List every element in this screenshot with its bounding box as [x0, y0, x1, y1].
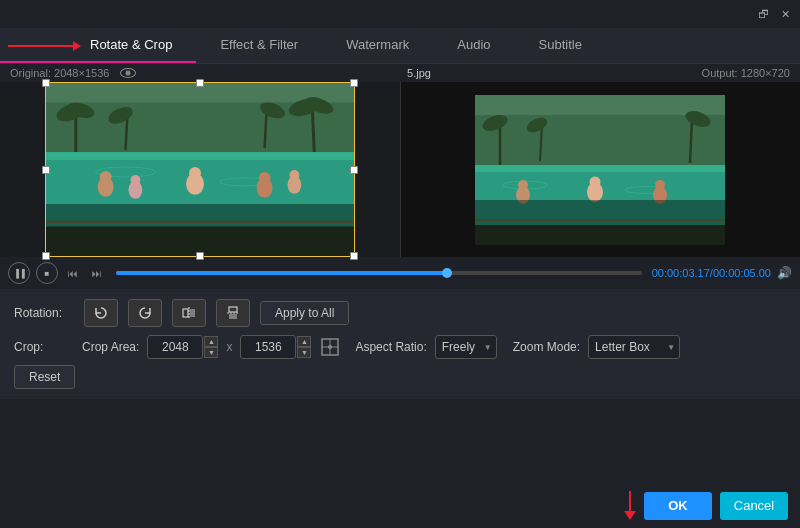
- close-button[interactable]: ✕: [778, 7, 792, 21]
- crop-area-label: Crop Area:: [82, 340, 139, 354]
- crop-label: Crop:: [14, 340, 74, 354]
- minimize-button[interactable]: 🗗: [756, 7, 770, 21]
- title-bar: 🗗 ✕: [0, 0, 800, 28]
- svg-rect-54: [229, 314, 237, 319]
- bottom-bar: OK Cancel: [612, 483, 800, 528]
- volume-icon[interactable]: 🔊: [777, 266, 792, 280]
- crop-handle-tm[interactable]: [196, 79, 204, 87]
- time-display: 00:00:03.17/00:00:05.00: [652, 267, 771, 279]
- output-size-label: Output: 1280×720: [702, 67, 790, 79]
- crop-height-spinner[interactable]: ▲ ▼: [297, 336, 311, 358]
- svg-point-20: [130, 175, 140, 185]
- crop-handle-bl[interactable]: [42, 252, 50, 260]
- zoom-mode-select-wrapper: Letter Box Pan & Scan Full: [588, 335, 680, 359]
- ok-arrow-line: [629, 491, 631, 511]
- crop-handle-bm[interactable]: [196, 252, 204, 260]
- reset-row: Reset: [14, 365, 786, 389]
- stop-button[interactable]: ■: [36, 262, 58, 284]
- ok-arrow: [624, 491, 636, 520]
- crop-width-up[interactable]: ▲: [204, 336, 218, 347]
- svg-rect-50: [183, 309, 188, 317]
- filename-label: 5.jpg: [407, 67, 431, 79]
- crop-row: Crop: Crop Area: ▲ ▼ x ▲ ▼: [14, 335, 786, 359]
- aspect-ratio-select[interactable]: Freely 16:9 4:3 1:1: [435, 335, 497, 359]
- tab-subtitle[interactable]: Subtitle: [515, 28, 606, 63]
- controls-section: Rotation:: [0, 289, 800, 399]
- aspect-ratio-select-wrapper: Freely 16:9 4:3 1:1: [435, 335, 497, 359]
- svg-rect-31: [475, 115, 725, 165]
- tab-watermark[interactable]: Watermark: [322, 28, 433, 63]
- svg-rect-53: [229, 307, 237, 312]
- tab-effect-filter[interactable]: Effect & Filter: [196, 28, 322, 63]
- ok-arrow-head: [624, 511, 636, 520]
- play-button[interactable]: ▐▐: [8, 262, 30, 284]
- tab-audio[interactable]: Audio: [433, 28, 514, 63]
- crop-handle-tr[interactable]: [350, 79, 358, 87]
- svg-point-43: [518, 180, 528, 190]
- progress-thumb: [442, 268, 452, 278]
- crop-width-spinner[interactable]: ▲ ▼: [204, 336, 218, 358]
- crop-handle-mr[interactable]: [350, 166, 358, 174]
- apply-all-button[interactable]: Apply to All: [260, 301, 349, 325]
- svg-rect-39: [475, 165, 725, 172]
- svg-rect-51: [190, 309, 195, 317]
- rotation-row: Rotation:: [14, 299, 786, 327]
- next-button[interactable]: ⏭: [88, 264, 106, 282]
- left-video-thumb[interactable]: [45, 82, 355, 257]
- preview-info: Original: 2048×1536 5.jpg Output: 1280×7…: [0, 64, 800, 82]
- tab-bar: Rotate & Crop Effect & Filter Watermark …: [0, 28, 800, 64]
- preview-right: [401, 82, 801, 257]
- svg-point-19: [99, 171, 111, 183]
- preview-left: [0, 82, 400, 257]
- crop-handle-tl[interactable]: [42, 79, 50, 87]
- svg-rect-14: [46, 152, 354, 160]
- preview-canvases: [0, 82, 800, 257]
- rotate-cw-button[interactable]: [128, 299, 162, 327]
- crop-handle-br[interactable]: [350, 252, 358, 260]
- progress-fill: [116, 271, 447, 275]
- zoom-mode-select[interactable]: Letter Box Pan & Scan Full: [588, 335, 680, 359]
- svg-rect-48: [475, 225, 725, 245]
- separator-x: x: [226, 340, 232, 354]
- crop-height-down[interactable]: ▼: [297, 347, 311, 358]
- zoom-mode-label: Zoom Mode:: [513, 340, 580, 354]
- original-size-label: Original: 2048×1536: [10, 67, 109, 79]
- flip-horizontal-button[interactable]: [172, 299, 206, 327]
- crop-height-up[interactable]: ▲: [297, 336, 311, 347]
- rotation-label: Rotation:: [14, 306, 74, 320]
- rotate-ccw-button[interactable]: [84, 299, 118, 327]
- crop-center-icon[interactable]: [319, 336, 341, 358]
- right-video-thumb: [475, 95, 725, 245]
- svg-point-45: [590, 176, 601, 187]
- svg-point-47: [655, 180, 665, 190]
- playback-bar: ▐▐ ■ ⏮ ⏭ 00:00:03.17/00:00:05.00 🔊: [0, 257, 800, 289]
- progress-bar[interactable]: [116, 271, 642, 275]
- aspect-ratio-label: Aspect Ratio:: [355, 340, 426, 354]
- svg-line-6: [312, 107, 314, 152]
- crop-handle-ml[interactable]: [42, 166, 50, 174]
- svg-point-24: [258, 172, 270, 184]
- crop-width-down[interactable]: ▼: [204, 347, 218, 358]
- ok-button[interactable]: OK: [644, 492, 712, 520]
- crop-height-input[interactable]: [240, 335, 296, 359]
- crop-width-input[interactable]: [147, 335, 203, 359]
- svg-point-59: [328, 345, 332, 349]
- eye-icon[interactable]: [120, 68, 136, 78]
- flip-vertical-button[interactable]: [216, 299, 250, 327]
- reset-button[interactable]: Reset: [14, 365, 75, 389]
- prev-button[interactable]: ⏮: [64, 264, 82, 282]
- svg-point-22: [189, 167, 201, 179]
- cancel-button[interactable]: Cancel: [720, 492, 788, 520]
- svg-point-26: [289, 170, 299, 180]
